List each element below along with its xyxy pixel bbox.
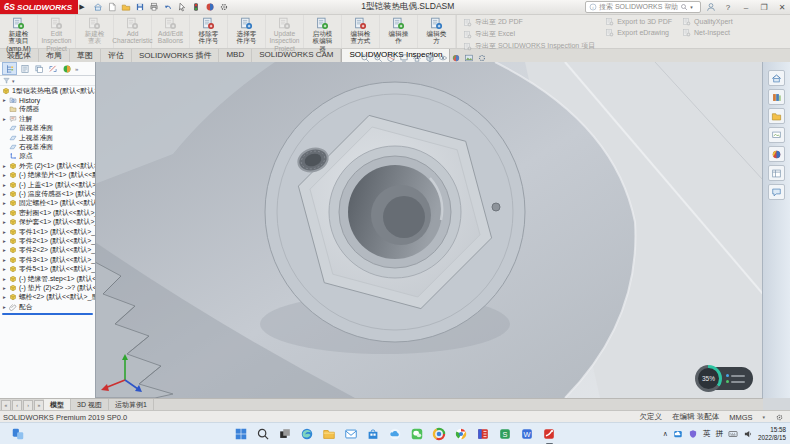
- appearance-button[interactable]: [204, 1, 217, 13]
- tree-item[interactable]: 原点: [0, 152, 95, 161]
- 3d-viewport[interactable]: [95, 62, 763, 398]
- search-taskbar-icon[interactable]: [255, 426, 272, 443]
- tree-item[interactable]: ▸(-) 上盖<1> (默认<<默认>_显示状: [0, 180, 95, 189]
- tree-item[interactable]: ▸零件2<2> (默认<<默认>_显示状态: [0, 246, 95, 255]
- new-inspection-project-button[interactable]: 新建检 查项目 (amp.M): [0, 14, 38, 48]
- view-settings-icon[interactable]: [477, 53, 487, 63]
- touch-keyboard-icon[interactable]: [728, 429, 738, 439]
- expand-arrow-icon[interactable]: ▸: [2, 229, 7, 235]
- pane-tab-feature-tree[interactable]: [2, 62, 17, 75]
- hidden-icons-caret[interactable]: ∧: [663, 430, 668, 438]
- print-button[interactable]: [148, 1, 161, 13]
- resources-home-icon[interactable]: [768, 70, 785, 86]
- edit-operations-button[interactable]: 编辑操 作: [380, 14, 418, 48]
- tab-草图[interactable]: 草图: [70, 48, 101, 62]
- new-document-button[interactable]: [106, 1, 119, 13]
- edit-appearance-icon[interactable]: [451, 53, 461, 63]
- tree-item[interactable]: 传感器: [0, 105, 95, 114]
- sheets-green-taskbar-icon[interactable]: S: [497, 426, 514, 443]
- wechat-taskbar-icon[interactable]: [409, 426, 426, 443]
- tree-item[interactable]: ▸配合: [0, 302, 95, 311]
- volume-icon[interactable]: [743, 429, 753, 439]
- tree-item[interactable]: 前视基准面: [0, 124, 95, 133]
- tab-评估[interactable]: 评估: [101, 48, 132, 62]
- expand-arrow-icon[interactable]: ▸: [2, 304, 7, 310]
- display-style-icon[interactable]: [425, 53, 435, 63]
- expand-arrow-icon[interactable]: ▸: [2, 219, 7, 225]
- zoom-fit-icon[interactable]: [360, 53, 370, 63]
- tree-item[interactable]: ▸(-) 垫片 (2)<2> ->? (默认<<默认>: [0, 283, 95, 292]
- menu-expand-icon[interactable]: ▶: [79, 3, 84, 11]
- save-button[interactable]: [134, 1, 147, 13]
- tree-item[interactable]: ▸History: [0, 95, 95, 104]
- tab-solidworks-插件[interactable]: SOLIDWORKS 插件: [132, 48, 219, 62]
- onedrive-icon[interactable]: [673, 429, 683, 439]
- tree-item[interactable]: ▸螺栓<2> (默认<<默认>_显示状态: [0, 293, 95, 302]
- task-view-taskbar-icon[interactable]: [277, 426, 294, 443]
- expand-arrow-icon[interactable]: ▸: [2, 163, 7, 169]
- expand-arrow-icon[interactable]: ▸: [2, 294, 7, 300]
- tree-item[interactable]: ▸零件2<1> (默认<<默认>_显示状态: [0, 236, 95, 245]
- custom-properties-icon[interactable]: [768, 165, 785, 181]
- select-balloons-button[interactable]: 选择零 件序号: [228, 14, 266, 48]
- launch-template-editor-button[interactable]: 启动模 板编辑 器: [304, 14, 342, 48]
- mail-taskbar-icon[interactable]: [343, 426, 360, 443]
- tree-item[interactable]: ▸保护套<1> (默认<<默认>_显示状: [0, 217, 95, 226]
- pane-tabs-overflow-icon[interactable]: »: [75, 66, 78, 72]
- rollback-bar[interactable]: [2, 313, 93, 315]
- home-button[interactable]: [92, 1, 105, 13]
- search-options-caret[interactable]: ▾: [690, 4, 693, 10]
- view-orientation-icon[interactable]: [412, 53, 422, 63]
- edit-classifications-button[interactable]: 编辑类 方: [418, 14, 456, 48]
- tree-root-item[interactable]: 1型铠装热电偶 (默认<默认>_显示状态-1: [0, 86, 95, 95]
- search-icon[interactable]: [680, 3, 688, 11]
- minimize-button[interactable]: –: [740, 3, 752, 12]
- expand-arrow-icon[interactable]: ▸: [2, 257, 7, 263]
- expand-arrow-icon[interactable]: ▸: [2, 97, 7, 103]
- tree-item[interactable]: 上视基准面: [0, 133, 95, 142]
- word-blue-taskbar-icon[interactable]: W: [519, 426, 536, 443]
- security-shield-icon[interactable]: [688, 429, 698, 439]
- expand-arrow-icon[interactable]: ▸: [2, 266, 7, 272]
- tree-item[interactable]: ▸固定螺栓<1> (默认<<默认>_显示: [0, 199, 95, 208]
- apply-scene-icon[interactable]: [464, 53, 474, 63]
- remove-balloons-button[interactable]: 移除零 件序号: [190, 14, 228, 48]
- expand-arrow-icon[interactable]: ▸: [2, 276, 7, 282]
- tree-item[interactable]: ▸注解: [0, 114, 95, 123]
- tree-item[interactable]: ▸零件3<1> (默认<<默认>_显示状态: [0, 255, 95, 264]
- doc-tab-scroll-2[interactable]: ›: [23, 400, 33, 411]
- tree-item[interactable]: ▸密封圈<1> (默认<<默认>_显示状: [0, 208, 95, 217]
- tab-mbd[interactable]: MBD: [219, 48, 252, 62]
- undo-button[interactable]: [162, 1, 175, 13]
- expand-arrow-icon[interactable]: ▸: [2, 172, 7, 178]
- doc-tab-scroll-0[interactable]: «: [1, 400, 11, 411]
- pane-tab-dimxpert-manager[interactable]: [46, 63, 59, 74]
- edge-taskbar-icon[interactable]: [299, 426, 316, 443]
- ime-indicator[interactable]: 拼: [715, 429, 723, 439]
- chrome-taskbar-icon[interactable]: [453, 426, 470, 443]
- language-indicator[interactable]: 英: [703, 429, 711, 439]
- solidworks-taskbar-icon[interactable]: [541, 426, 558, 443]
- expand-arrow-icon[interactable]: ▸: [2, 200, 7, 206]
- edit-inspection-methods-button[interactable]: 编辑检 查方式: [342, 14, 380, 48]
- screen-capture-widget[interactable]: 35%: [697, 367, 753, 390]
- restore-button[interactable]: ❐: [758, 3, 770, 12]
- tree-item[interactable]: 右视基准面: [0, 142, 95, 151]
- appearances-scenes-icon[interactable]: [768, 146, 785, 162]
- tree-item[interactable]: ▸零件1<1> (默认<<默认>_显示状态: [0, 227, 95, 236]
- section-view-icon[interactable]: [386, 53, 396, 63]
- pane-tab-configuration-manager[interactable]: [32, 63, 45, 74]
- rebuild-button[interactable]: [190, 1, 203, 13]
- pane-tab-property-manager[interactable]: [18, 63, 31, 74]
- file-explorer-taskbar-icon[interactable]: [321, 426, 338, 443]
- clock[interactable]: 15:58 2022/8/15: [758, 426, 786, 442]
- expand-arrow-icon[interactable]: ▸: [2, 116, 7, 122]
- onedrive-app-taskbar-icon[interactable]: [387, 426, 404, 443]
- design-library-icon[interactable]: [768, 89, 785, 105]
- store-taskbar-icon[interactable]: [365, 426, 382, 443]
- expand-arrow-icon[interactable]: ▸: [2, 210, 7, 216]
- pane-tab-display-manager[interactable]: [60, 63, 73, 74]
- help-button[interactable]: ?: [722, 3, 734, 12]
- select-button[interactable]: [176, 1, 189, 13]
- filter-caret-icon[interactable]: ▾: [12, 78, 15, 84]
